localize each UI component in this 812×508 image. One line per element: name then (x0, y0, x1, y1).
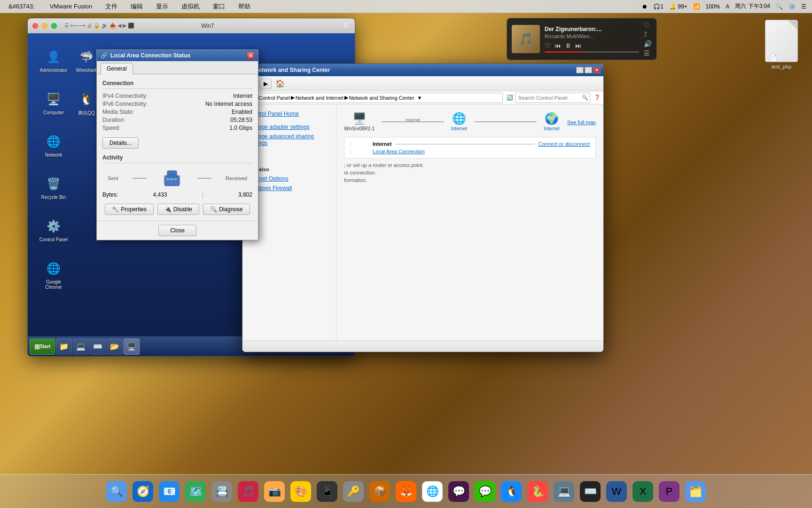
control-center-icon[interactable]: ⚙️ (789, 3, 796, 10)
dock-slack[interactable]: 💬 (446, 479, 471, 504)
menu-extras-icon[interactable]: ☰ (801, 3, 806, 10)
win7-icon-network[interactable]: 🌐 Network (37, 132, 70, 158)
menu-vmware-fusion[interactable]: VMware Fusion (47, 2, 95, 11)
menu-edit[interactable]: 编辑 (128, 1, 146, 12)
nasc-forward-btn[interactable]: ▶ (259, 79, 272, 89)
dock-iphone[interactable]: 📱 (315, 479, 339, 504)
nasc-search-input[interactable] (515, 93, 590, 103)
music-next-btn[interactable]: ⏭ (575, 42, 582, 49)
record-icon[interactable]: ⏺ (642, 3, 648, 10)
win7-icon-computer[interactable]: 🖥️ Computer (37, 90, 70, 115)
lac-tab-general[interactable]: General (101, 63, 133, 74)
win7-icon-administrator[interactable]: 👤 Administrator (37, 48, 70, 73)
dock-finder2[interactable]: 🗂️ (683, 479, 708, 504)
dock-sketch[interactable]: 🎨 (289, 479, 313, 504)
music-prev-btn[interactable]: ⏮ (554, 42, 561, 49)
dock-excel[interactable]: X (631, 479, 655, 504)
apple-menu[interactable]: &#63743; (6, 2, 38, 11)
lac-details-button[interactable]: Details... (102, 137, 139, 149)
dock-terminal[interactable]: ⌨️ (578, 479, 602, 504)
lac-diagnose-btn[interactable]: 🔍 Diagnose (203, 204, 250, 215)
music-notif-share[interactable]: ⤴ (644, 31, 652, 38)
win7-maximize-btn[interactable] (51, 23, 57, 29)
nasc-maximize-btn[interactable]: □ (585, 67, 592, 73)
nasc-home-icon[interactable]: 🏠 (275, 79, 285, 88)
music-notif-like[interactable]: ♡ (644, 21, 652, 29)
dock-finder[interactable]: 🔍 (104, 479, 129, 504)
taskbar-btn-5[interactable]: 🖥️ (124, 339, 140, 355)
dock-music[interactable]: 🎵 (236, 479, 260, 504)
nasc-refresh-btn[interactable]: 🔄 (507, 95, 513, 101)
dock-contacts[interactable]: 📇 (210, 479, 234, 504)
music-play-btn[interactable]: ⏸ (565, 42, 571, 49)
search-icon[interactable]: 🔍 (776, 3, 783, 10)
taskbar-btn-2[interactable]: 💻 (73, 339, 89, 355)
dock-chrome[interactable]: 🌐 (420, 479, 445, 504)
nasc-breadcrumb[interactable]: Control Panel ▶ Network and Internet ▶ N… (255, 93, 503, 103)
dock-vmware[interactable]: 💻 (552, 479, 576, 504)
dock-keychain[interactable]: 🔑 (341, 479, 366, 504)
dock-mail[interactable]: 📧 (157, 479, 181, 504)
win7-minimize-btn[interactable] (42, 23, 47, 29)
music-notif-volume[interactable]: 🔊 (644, 40, 652, 48)
svg-rect-0 (164, 176, 180, 186)
nasc-see-full-map[interactable]: See full map (567, 118, 596, 126)
dock-maps[interactable]: 🗺️ (183, 479, 208, 504)
win7-icon-chrome[interactable]: 🌐 Google Chrome (37, 259, 70, 290)
menu-view[interactable]: 显示 (153, 1, 171, 12)
nasc-minimize-btn[interactable]: _ (576, 67, 584, 73)
taskbar-btn-3[interactable]: ⌨️ (90, 339, 106, 355)
lac-properties-btn[interactable]: 🔧 Properties (105, 204, 154, 215)
dock-firefox[interactable]: 🦊 (394, 479, 418, 504)
win7-close-btn[interactable] (32, 23, 38, 29)
wifi-icon[interactable]: 📶 (693, 3, 700, 10)
menu-file[interactable]: 文件 (102, 1, 120, 12)
lac-arrows-received (197, 178, 211, 179)
nasc-conn-line (395, 144, 534, 144)
input-method[interactable]: A (726, 3, 729, 10)
dock-safari[interactable]: 🧭 (131, 479, 155, 504)
win-statusbar (242, 341, 603, 352)
dock-word[interactable]: W (604, 479, 629, 504)
music-heart-btn[interactable]: ♡ (545, 42, 551, 49)
breadcrumb-sep-2: ▶ (344, 95, 348, 101)
music-notif-list[interactable]: ☰ (644, 49, 652, 57)
taskbar-btn-4[interactable]: 📂 (107, 339, 123, 355)
dock-wechat[interactable]: 💬 (473, 479, 497, 504)
nasc-search-icon: 🔍 (582, 95, 588, 101)
lac-diagnose-icon: 🔍 (210, 206, 217, 213)
dock-archive[interactable]: 📦 (367, 479, 392, 504)
lac-disable-btn[interactable]: 🔌 Disable (157, 204, 199, 215)
breadcrumb-nasc[interactable]: Network and Sharing Center (349, 95, 414, 101)
lac-bytes-divider: | (202, 191, 203, 198)
breadcrumb-dropdown[interactable]: ▼ (417, 95, 422, 101)
win7-maximize-icon[interactable]: ⬜ (344, 23, 350, 29)
nasc-help-btn[interactable]: ❓ (594, 95, 601, 101)
lac-action-buttons: 🔧 Properties 🔌 Disable 🔍 Diagnose (102, 204, 252, 215)
file-icon-test-php[interactable]: 📄 test_php (765, 20, 798, 70)
nasc-unidentified-label: : (350, 142, 369, 147)
menu-window[interactable]: 窗口 (210, 1, 228, 12)
win7-start-button[interactable]: ⊞ Start (30, 339, 55, 355)
menu-vm[interactable]: 虚拟机 (179, 1, 203, 12)
svg-rect-1 (166, 178, 169, 180)
breadcrumb-control-panel[interactable]: Control Panel (258, 95, 290, 101)
nasc-local-area-link[interactable]: Local Area Connection (373, 149, 425, 154)
dock-photos[interactable]: 📷 (262, 479, 287, 504)
dock-python[interactable]: 🐍 (525, 479, 550, 504)
notification-icon[interactable]: 🔔 99+ (669, 3, 687, 10)
dock-phpstorm[interactable]: P (657, 479, 681, 504)
taskbar-btn-1[interactable]: 📁 (56, 339, 72, 355)
nasc-connect-link[interactable]: Connect or disconnect (539, 141, 590, 147)
nasc-close-btn[interactable]: ✕ (593, 67, 601, 73)
win7-icon-control-panel[interactable]: ⚙️ Control Panel (37, 217, 70, 242)
lac-bytes-sent: 4,433 (153, 191, 167, 198)
dock-qq[interactable]: 🐧 (499, 479, 523, 504)
headset-icon[interactable]: 🎧1 (653, 3, 664, 10)
lac-close-main-button[interactable]: Close (158, 225, 196, 236)
lac-media-value: Enabled (232, 109, 252, 115)
win7-icon-recycle[interactable]: 🗑️ Recycle Bin (37, 175, 70, 200)
lac-titlebar-close[interactable]: ✕ (247, 52, 254, 59)
breadcrumb-network-internet[interactable]: Network and Internet (296, 95, 344, 101)
menu-help[interactable]: 帮助 (235, 1, 253, 12)
